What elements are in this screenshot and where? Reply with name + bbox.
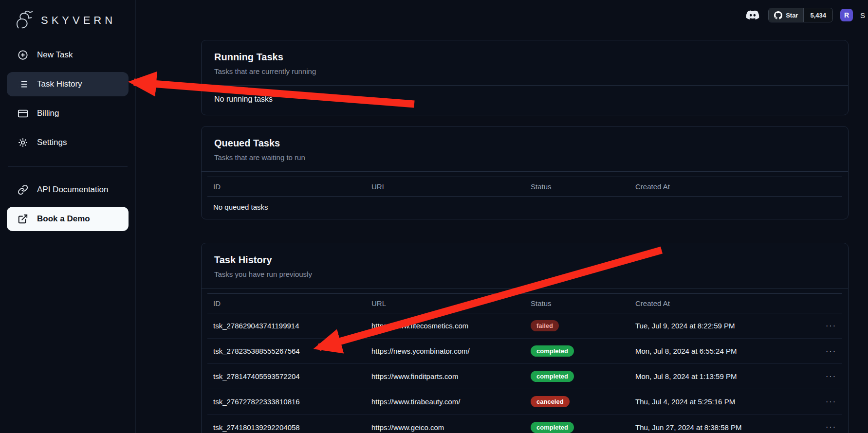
task-url: https://www.litecosmetics.com [371, 322, 531, 330]
row-actions-button[interactable]: ··· [819, 372, 836, 381]
task-url: https://www.geico.com [371, 423, 531, 432]
list-icon [18, 79, 28, 90]
queued-tasks-header: Queued Tasks Tasks that are waiting to r… [202, 126, 848, 172]
credit-card-icon [18, 108, 28, 119]
task-created-at: Tue, Jul 9, 2024 at 8:22:59 PM [635, 322, 819, 330]
github-icon [774, 11, 782, 19]
task-id: tsk_278235388555267564 [213, 347, 371, 355]
table-header-row: ID URL Status Created At [207, 177, 842, 197]
card-subtitle: Tasks you have run previously [214, 270, 835, 279]
sidebar-item-settings[interactable]: Settings [7, 130, 129, 155]
sidebar: SKYVERN New Task Task History Billing Se… [0, 0, 136, 433]
link-icon [18, 184, 28, 195]
queued-tasks-empty: No queued tasks [207, 197, 842, 219]
task-id: tsk_276727822333810816 [213, 397, 371, 406]
sidebar-item-label: New Task [37, 50, 73, 60]
status-badge: canceled [531, 396, 570, 407]
table-row[interactable]: tsk_278629043741199914 https://www.litec… [207, 313, 842, 339]
task-id: tsk_278629043741199914 [213, 322, 371, 330]
card-subtitle: Tasks that are currently running [214, 67, 835, 76]
row-actions-button[interactable]: ··· [819, 423, 836, 432]
sidebar-item-label: API Documentation [37, 185, 108, 195]
sidebar-item-label: Book a Demo [37, 214, 90, 224]
column-header-created-at: Created At [635, 182, 819, 191]
main-content: Running Tasks Tasks that are currently r… [136, 0, 868, 433]
row-actions-button[interactable]: ··· [819, 322, 836, 330]
table-header-row: ID URL Status Created At [207, 294, 842, 313]
task-url: https://www.tirabeauty.com/ [371, 397, 531, 406]
task-history-header: Task History Tasks you have run previous… [202, 243, 848, 289]
skyvern-dragon-icon [13, 9, 35, 32]
gear-icon [18, 137, 28, 148]
column-header-status: Status [531, 299, 635, 307]
task-created-at: Thu, Jun 27, 2024 at 8:38:58 PM [635, 423, 819, 432]
running-tasks-card: Running Tasks Tasks that are currently r… [201, 40, 849, 115]
column-header-url: URL [371, 299, 531, 307]
column-header-id: ID [213, 182, 371, 191]
table-row[interactable]: tsk_274180139292204058 https://www.geico… [207, 415, 842, 433]
status-badge: completed [531, 345, 574, 357]
task-history-card: Task History Tasks you have run previous… [201, 243, 849, 433]
external-link-icon [18, 214, 28, 224]
sidebar-item-label: Settings [37, 138, 67, 147]
avatar[interactable]: R [840, 9, 853, 21]
task-id: tsk_274180139292204058 [213, 423, 371, 432]
task-created-at: Mon, Jul 8, 2024 at 1:13:59 PM [635, 372, 819, 380]
status-badge: completed [531, 371, 574, 382]
discord-icon[interactable] [744, 9, 761, 21]
card-title: Running Tasks [214, 51, 835, 63]
task-history-table: ID URL Status Created At tsk_27862904374… [207, 293, 842, 433]
running-tasks-empty: No running tasks [202, 86, 848, 115]
brand-logo[interactable]: SKYVERN [0, 5, 135, 36]
status-badge: failed [531, 320, 559, 331]
topbar: Star 5,434 R S [744, 8, 865, 22]
task-url: https://www.finditparts.com [371, 372, 531, 380]
github-star-count[interactable]: 5,434 [803, 8, 832, 22]
sidebar-item-new-task[interactable]: New Task [7, 43, 129, 67]
task-created-at: Thu, Jul 4, 2024 at 5:25:16 PM [635, 397, 819, 406]
card-title: Queued Tasks [214, 137, 835, 149]
user-name: S [860, 11, 865, 19]
task-url: https://news.ycombinator.com/ [371, 347, 531, 355]
sidebar-item-task-history[interactable]: Task History [7, 72, 129, 96]
github-star-button[interactable]: Star 5,434 [768, 8, 833, 22]
brand-name: SKYVERN [41, 14, 116, 27]
queued-tasks-card: Queued Tasks Tasks that are waiting to r… [201, 126, 849, 219]
column-header-id: ID [213, 299, 371, 307]
github-star-label: Star [786, 12, 798, 19]
sidebar-item-label: Task History [37, 79, 82, 89]
table-row[interactable]: tsk_276727822333810816 https://www.tirab… [207, 389, 842, 415]
running-tasks-header: Running Tasks Tasks that are currently r… [202, 40, 848, 86]
queued-tasks-table: ID URL Status Created At No queued tasks [207, 177, 842, 219]
status-badge: completed [531, 422, 574, 433]
task-id: tsk_278147405593572204 [213, 372, 371, 380]
card-title: Task History [214, 253, 835, 266]
column-header-created-at: Created At [635, 299, 819, 307]
column-header-status: Status [531, 182, 635, 191]
task-created-at: Mon, Jul 8, 2024 at 6:55:24 PM [635, 347, 819, 355]
sidebar-item-label: Billing [37, 108, 59, 118]
row-actions-button[interactable]: ··· [819, 397, 836, 406]
sidebar-item-billing[interactable]: Billing [7, 101, 129, 126]
sidebar-divider [8, 166, 128, 167]
table-row[interactable]: tsk_278235388555267564 https://news.ycom… [207, 339, 842, 364]
sidebar-nav: New Task Task History Billing Settings [0, 43, 135, 236]
book-a-demo-button[interactable]: Book a Demo [7, 207, 129, 231]
table-row[interactable]: tsk_278147405593572204 https://www.findi… [207, 364, 842, 389]
card-subtitle: Tasks that are waiting to run [214, 153, 835, 162]
row-actions-button[interactable]: ··· [819, 347, 836, 356]
plus-circle-icon [18, 50, 28, 60]
column-header-url: URL [371, 182, 531, 191]
sidebar-item-api-documentation[interactable]: API Documentation [7, 178, 129, 202]
